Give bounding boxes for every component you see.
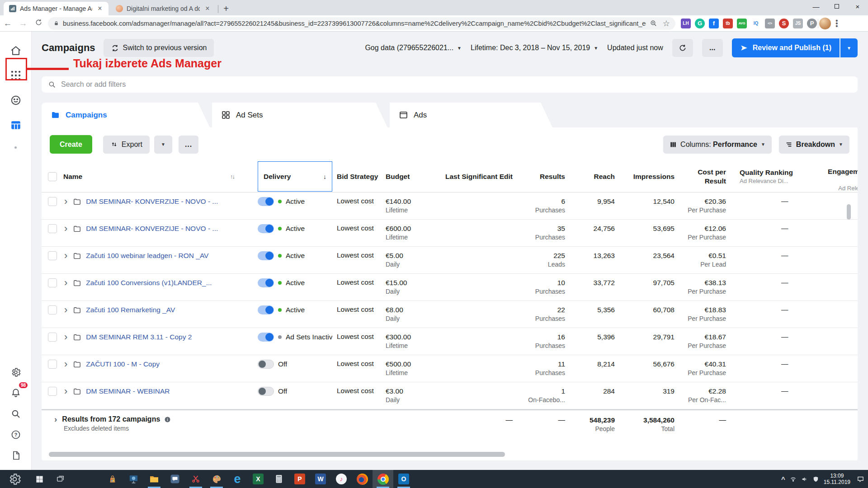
column-header-quality[interactable]: Quality RankingAd Relevance Di...: [729, 168, 809, 185]
grammarly-extension-icon[interactable]: G: [695, 19, 705, 28]
taskbar-snipping-tool-icon[interactable]: [185, 470, 206, 488]
avg-extension-icon[interactable]: AVG: [737, 19, 747, 28]
column-header-budget[interactable]: Budget: [382, 173, 429, 181]
columns-button[interactable]: Columns: Performance ▼: [663, 136, 772, 154]
taskbar-settings-gear-icon[interactable]: [0, 470, 29, 488]
window-close-button[interactable]: ×: [847, 0, 868, 13]
pinterest-extension-icon[interactable]: P: [807, 19, 817, 28]
taskbar-task-view-button-icon[interactable]: [50, 470, 71, 488]
zoom-icon[interactable]: [650, 19, 657, 27]
horizontal-scrollbar[interactable]: [49, 452, 505, 457]
sidebar-item-settings[interactable]: [6, 362, 26, 382]
tab-campaigns[interactable]: Campaigns: [42, 103, 210, 127]
toolbar-more-button[interactable]: ...: [179, 136, 198, 154]
column-header-delivery[interactable]: Delivery↓: [258, 161, 332, 192]
column-header-engagement[interactable]: Engagement Rate RankingAd Relevance Di..…: [809, 161, 858, 192]
campaign-toggle[interactable]: [258, 197, 274, 206]
expand-chevron-icon[interactable]: ›: [63, 387, 68, 396]
action-center-icon[interactable]: [857, 475, 864, 483]
code-extension-icon[interactable]: </>: [765, 19, 775, 28]
vidiq-extension-icon[interactable]: IQ: [751, 19, 761, 28]
campaign-toggle[interactable]: [258, 360, 274, 369]
campaign-toggle[interactable]: [258, 278, 274, 287]
taskbar-firefox-icon[interactable]: [352, 470, 373, 488]
review-dropdown-button[interactable]: ▼: [840, 38, 858, 57]
sidebar-item-help[interactable]: ?: [6, 425, 26, 445]
forward-icon[interactable]: →: [15, 19, 31, 28]
reload-icon[interactable]: [31, 19, 46, 28]
column-header-bid-strategy[interactable]: Bid Strategy: [332, 173, 382, 181]
campaign-name-link[interactable]: Začuti 100 Remarketing _AV: [86, 306, 175, 314]
network-icon[interactable]: [790, 476, 797, 483]
row-checkbox[interactable]: [48, 197, 57, 206]
taskbar-file-explorer-icon[interactable]: [144, 470, 165, 488]
export-dropdown-button[interactable]: ▼: [154, 136, 172, 154]
tray-expand-icon[interactable]: ^: [781, 475, 785, 483]
column-header-cost[interactable]: Cost per Result: [677, 168, 729, 185]
row-checkbox[interactable]: [48, 333, 57, 342]
taskbar-clock[interactable]: 13:09 15.11.2019: [824, 473, 850, 485]
new-tab-button[interactable]: +: [220, 3, 232, 14]
export-button[interactable]: Export: [103, 136, 150, 154]
taskbar-edge-icon[interactable]: e: [227, 470, 248, 488]
bookmark-star-icon[interactable]: ☆: [663, 19, 670, 28]
column-header-results[interactable]: Results: [515, 172, 568, 181]
taskbar-messaging-app-icon[interactable]: [165, 470, 185, 488]
taskbar-excel-icon[interactable]: X: [248, 470, 269, 488]
refresh-button[interactable]: [672, 39, 693, 57]
campaign-name-link[interactable]: DM SEMINAR- KONVERZIJE - NOVO - ...: [86, 225, 218, 233]
taskbar-paint-icon[interactable]: [206, 470, 227, 488]
taskbar-powerpoint-icon[interactable]: P: [289, 470, 310, 488]
sidebar-item-search[interactable]: [6, 404, 26, 424]
js-extension-icon[interactable]: JS: [793, 19, 803, 28]
taskbar-chrome-icon[interactable]: [373, 470, 393, 488]
taskbar-word-icon[interactable]: W: [310, 470, 331, 488]
campaign-toggle[interactable]: [258, 251, 274, 260]
sidebar-item-account-quality[interactable]: [6, 90, 26, 110]
back-icon[interactable]: ←: [0, 19, 15, 28]
column-header-last-edit[interactable]: Last Significant Edit: [429, 172, 515, 181]
browser-tab-active[interactable]: Ads Manager - Manage Ads ×: [4, 2, 108, 15]
security-shield-icon[interactable]: [812, 476, 819, 483]
expand-chevron-icon[interactable]: ›: [63, 224, 68, 233]
url-field[interactable]: business.facebook.com/adsmanager/manage/…: [48, 17, 675, 30]
search-filter-bar[interactable]: Search or add filters: [42, 76, 858, 93]
taskbar-calculator-icon[interactable]: [269, 470, 289, 488]
review-and-publish-button[interactable]: Review and Publish (1): [732, 38, 840, 57]
campaign-name-link[interactable]: Začuti 100 webinar leadgen - RON _AV: [86, 252, 208, 260]
sidebar-item-ads-reporting[interactable]: [6, 115, 26, 135]
browser-profile-avatar[interactable]: [819, 18, 831, 29]
switch-previous-version-button[interactable]: Switch to previous version: [104, 39, 214, 57]
taskbar-remote-desktop-icon[interactable]: [123, 470, 144, 488]
campaign-toggle[interactable]: [258, 224, 274, 233]
row-checkbox[interactable]: [48, 305, 57, 314]
expand-chevron-icon[interactable]: ›: [63, 278, 68, 287]
facebook-extension-icon[interactable]: f: [709, 19, 719, 28]
taskbar-outlook-icon[interactable]: O: [393, 470, 414, 488]
row-checkbox[interactable]: [48, 251, 57, 260]
tab-close-icon[interactable]: ×: [96, 5, 104, 13]
campaign-name-link[interactable]: DM SEMINAR - WEBINAR: [86, 387, 170, 395]
row-checkbox[interactable]: [48, 224, 57, 233]
row-checkbox[interactable]: [48, 360, 57, 369]
tab-ad-sets[interactable]: Ad Sets: [212, 103, 387, 127]
campaign-toggle[interactable]: [258, 305, 274, 314]
sidebar-item-ads-manager-apps[interactable]: [6, 66, 26, 85]
campaign-name-link[interactable]: DM SEMINAR REM 3.11 - Copy 2: [86, 333, 192, 341]
vertical-scrollbar[interactable]: [847, 204, 851, 220]
column-header-impressions[interactable]: Impressions: [618, 172, 677, 181]
column-header-reach[interactable]: Reach: [568, 172, 618, 181]
expand-chevron-icon[interactable]: ›: [63, 333, 68, 342]
sidebar-item-notifications[interactable]: 98: [6, 383, 26, 403]
campaign-name-link[interactable]: DM SEMINAR- KONVERZIJE - NOVO - ...: [86, 197, 218, 206]
column-header-name[interactable]: Name↑↓: [63, 173, 258, 181]
campaign-toggle[interactable]: [258, 387, 274, 396]
seo-extension-icon[interactable]: S: [779, 19, 789, 28]
footer-expand-chevron-icon[interactable]: ›: [53, 415, 58, 424]
campaign-name-link[interactable]: Začuti 100 Conversions (v1)LANDER_...: [86, 279, 212, 287]
taskbar-microsoft-store-icon[interactable]: [102, 470, 123, 488]
tab-ads[interactable]: Ads: [390, 103, 552, 127]
ad-account-selector[interactable]: Gog data (279655226021...▼: [365, 44, 462, 52]
row-checkbox[interactable]: [48, 387, 57, 396]
create-button[interactable]: Create: [50, 135, 92, 154]
